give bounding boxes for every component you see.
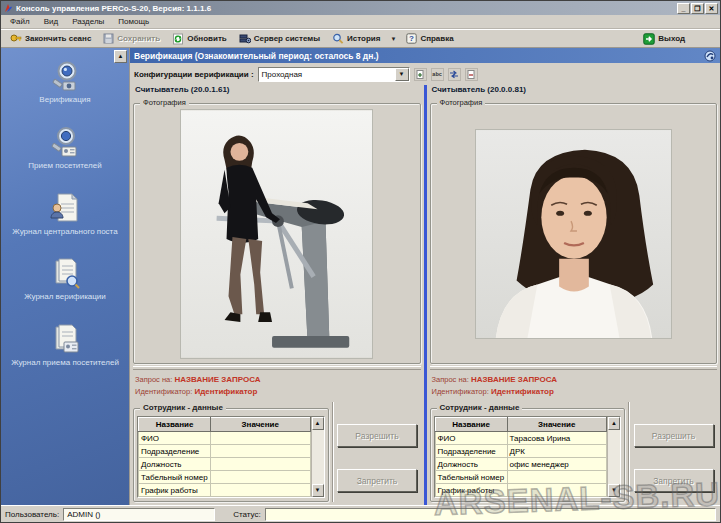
main-area: Верификация (Ознакомительный период: ост… xyxy=(129,48,720,505)
field-value-cell: Тарасова Ирина xyxy=(507,432,606,445)
table-row[interactable]: Табельный номер xyxy=(139,471,311,484)
field-name-cell: Табельный номер xyxy=(139,471,211,484)
combo-dropdown-arrow[interactable]: ▼ xyxy=(395,68,409,81)
sidebar-item-central-post-log[interactable]: Журнал центрального поста xyxy=(2,192,128,237)
minimize-button[interactable]: _ xyxy=(677,3,690,14)
status-label: Статус: xyxy=(233,510,261,519)
field-name-cell: ФИО xyxy=(139,432,211,445)
section-caption-text: Верификация (Ознакомительный период: ост… xyxy=(134,51,704,61)
verification-config-select[interactable]: Проходная ▼ xyxy=(258,67,410,82)
menu-file[interactable]: Файл xyxy=(3,16,37,27)
history-button[interactable]: История xyxy=(327,32,385,46)
deny-button[interactable]: Запретить xyxy=(634,469,714,492)
col-header-value[interactable]: Значение xyxy=(211,418,310,432)
table-row[interactable]: Должностьофис менеджер xyxy=(435,458,607,471)
panel-divider xyxy=(430,366,718,370)
table-row[interactable]: График работы xyxy=(435,484,607,497)
scrollbar-track[interactable] xyxy=(312,430,324,484)
restore-button[interactable]: ❐ xyxy=(691,3,704,14)
deny-button[interactable]: Запретить xyxy=(337,469,417,492)
config-label: Конфигурации верификации : xyxy=(134,70,254,79)
request-value: НАЗВАНИЕ ЗАПРОСА xyxy=(174,375,260,384)
photo-groupbox: Фотография xyxy=(133,103,421,364)
visitor-log-icon xyxy=(48,323,82,355)
app-logo-icon xyxy=(3,3,13,13)
field-value-cell xyxy=(507,484,606,497)
exit-button[interactable]: Выход xyxy=(638,32,690,46)
table-row[interactable]: ФИО xyxy=(139,432,311,445)
sidebar-item-label: Верификация xyxy=(39,96,90,105)
refresh-icon xyxy=(172,33,184,45)
reader-panels: Считыватель (20.0.1.61) Фотография xyxy=(130,85,720,505)
title-bar: Консоль управления PERCo-S-20, Версия: 1… xyxy=(1,1,720,15)
field-value-cell xyxy=(211,432,310,445)
sidebar-item-visitors[interactable]: Прием посетителей xyxy=(2,126,128,171)
field-name-cell: ФИО xyxy=(435,432,507,445)
app-window: Консоль управления PERCo-S-20, Версия: 1… xyxy=(0,0,721,523)
table-row[interactable]: ПодразделениеДРК xyxy=(435,445,607,458)
add-config-button[interactable] xyxy=(414,68,427,81)
table-scrollbar[interactable]: ▲ ▼ xyxy=(311,417,324,497)
window-title: Консоль управления PERCo-S-20, Версия: 1… xyxy=(16,4,676,13)
table-scrollbar[interactable]: ▲ ▼ xyxy=(607,417,620,497)
end-session-button[interactable]: Закончить сеанс xyxy=(5,32,96,45)
close-button[interactable]: ✕ xyxy=(705,3,718,14)
scroll-up-icon[interactable]: ▲ xyxy=(312,417,324,430)
table-row[interactable]: График работы xyxy=(139,484,311,497)
section-caption: Верификация (Ознакомительный период: ост… xyxy=(130,48,720,63)
scroll-down-icon[interactable]: ▼ xyxy=(608,484,620,497)
sidebar-item-label: Журнал верификации xyxy=(24,293,106,302)
request-label: Запрос на: xyxy=(432,375,469,384)
status-field xyxy=(265,508,716,521)
content-area: ▲ Верификация xyxy=(1,48,720,505)
central-post-log-icon xyxy=(48,192,82,224)
sidebar-item-visitor-log[interactable]: Журнал приема посетителей xyxy=(2,323,128,368)
scrollbar-track[interactable] xyxy=(608,430,620,484)
status-bar: Пользователь: ADMIN () Статус: xyxy=(1,505,720,522)
field-value-cell xyxy=(211,445,310,458)
help-icon: ? xyxy=(406,33,417,44)
sidebar-item-verification-log[interactable]: Журнал верификации xyxy=(2,257,128,302)
menu-sections[interactable]: Разделы xyxy=(65,16,111,27)
floppy-icon xyxy=(103,33,114,44)
setup-config-icon xyxy=(449,70,459,79)
employee-table: Название Значение ФИОТарасова ИринаПодра… xyxy=(435,417,608,497)
menu-help[interactable]: Помощь xyxy=(111,16,156,27)
employee-row: Сотрудник - данные Название Значение ФИО… xyxy=(133,402,421,505)
history-dropdown-arrow[interactable]: ▼ xyxy=(387,36,399,42)
field-name-cell: Подразделение xyxy=(139,445,211,458)
help-button[interactable]: ? Справка xyxy=(401,32,458,45)
reader-panel-left: Считыватель (20.0.1.61) Фотография xyxy=(130,85,424,505)
col-header-value[interactable]: Значение xyxy=(507,418,606,432)
col-header-name[interactable]: Название xyxy=(139,418,211,432)
identifier-value: Идентификатор xyxy=(491,387,554,396)
identifier-label: Идентификатор: xyxy=(135,387,192,396)
server-button[interactable]: Сервер системы xyxy=(234,32,325,45)
sidebar-item-verification[interactable]: Верификация xyxy=(2,60,128,105)
col-header-name[interactable]: Название xyxy=(435,418,507,432)
photo-groupbox: Фотография xyxy=(430,103,718,364)
save-button[interactable]: Сохранить xyxy=(98,32,165,45)
allow-button[interactable]: Разрешить xyxy=(634,424,714,447)
menu-view[interactable]: Вид xyxy=(37,16,65,27)
table-row[interactable]: Должность xyxy=(139,458,311,471)
scroll-down-icon[interactable]: ▼ xyxy=(312,484,324,497)
field-value-cell xyxy=(211,471,310,484)
table-row[interactable]: Подразделение xyxy=(139,445,311,458)
refresh-button[interactable]: Обновить xyxy=(167,32,232,46)
sidebar-scroll-up-button[interactable]: ▲ xyxy=(114,50,127,63)
table-row[interactable]: ФИОТарасова Ирина xyxy=(435,432,607,445)
delete-config-button[interactable] xyxy=(465,68,478,81)
panel-divider xyxy=(133,366,421,370)
field-value-cell xyxy=(507,471,606,484)
rename-config-button[interactable]: abc xyxy=(431,68,444,81)
request-block: Запрос на: НАЗВАНИЕ ЗАПРОСА Идентификато… xyxy=(133,372,421,402)
scroll-up-icon[interactable]: ▲ xyxy=(608,417,620,430)
sections-sidebar: ▲ Верификация xyxy=(1,48,129,505)
field-name-cell: Табельный номер xyxy=(435,471,507,484)
allow-button[interactable]: Разрешить xyxy=(337,424,417,447)
field-value-cell: ДРК xyxy=(507,445,606,458)
table-row[interactable]: Табельный номер xyxy=(435,471,607,484)
user-label: Пользователь: xyxy=(5,510,59,519)
setup-config-button[interactable] xyxy=(448,68,461,81)
